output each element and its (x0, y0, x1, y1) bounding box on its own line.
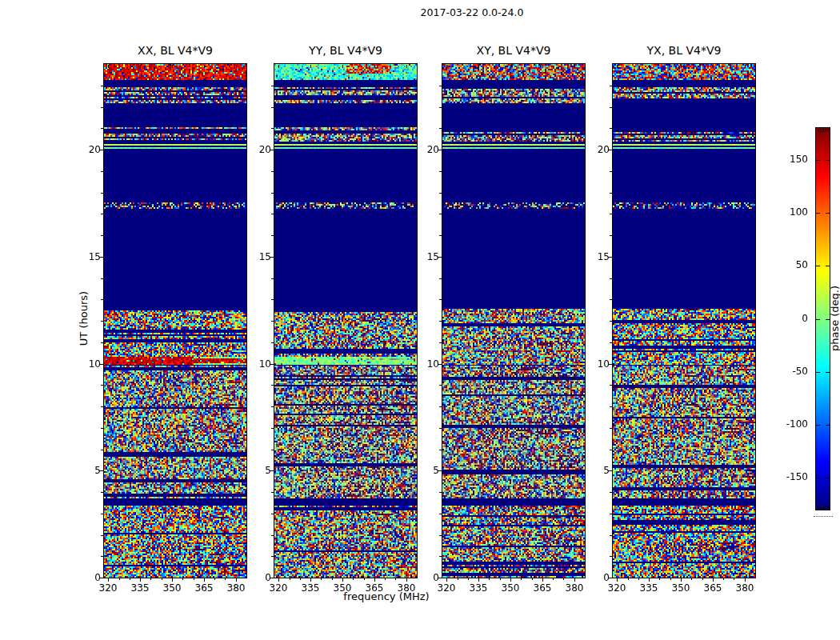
y-minor-tick (101, 278, 103, 279)
x-tick-mark-top (542, 65, 543, 68)
y-minor-tick (439, 299, 442, 300)
colorbar-minor-hatch (828, 129, 829, 132)
y-minor-tick (101, 514, 103, 514)
colorbar-tick-mark (816, 372, 820, 373)
colorbar-minor-hatch (820, 129, 821, 132)
x-tick-mark (236, 578, 237, 582)
y-tick-label: 20 (69, 144, 101, 155)
y-tick-label: 5 (407, 465, 439, 476)
x-minor-tick (353, 578, 354, 580)
y-minor-tick (610, 556, 612, 557)
colorbar-extend-dots (814, 516, 833, 517)
y-minor-tick (439, 450, 442, 450)
colorbar-tick-label: -50 (766, 366, 808, 377)
x-tick-mark (172, 578, 173, 582)
y-minor-tick (439, 193, 442, 194)
colorbar-tick-label: 100 (766, 206, 808, 218)
panel-title: YX, BL V4*V9 (647, 44, 722, 57)
y-minor-tick (439, 535, 442, 536)
x-tick-label: 380 (558, 582, 590, 594)
x-tick-label: 320 (430, 582, 462, 594)
colorbar-tick-mark (816, 478, 820, 478)
x-minor-tick (638, 578, 639, 580)
y-minor-tick (439, 107, 442, 108)
colorbar-tick-mark (826, 266, 830, 266)
colorbar-tick-mark (816, 425, 820, 426)
x-tick-mark-top (446, 65, 447, 68)
x-tick-mark (278, 578, 279, 582)
y-minor-tick (271, 406, 274, 407)
x-minor-tick (385, 578, 386, 580)
colorbar-minor-hatch (818, 506, 819, 509)
x-minor-tick (321, 578, 322, 580)
x-tick-mark-top (574, 65, 575, 68)
x-tick-mark (713, 578, 714, 582)
x-tick-label: 380 (729, 582, 761, 594)
heatmap-canvas (274, 64, 417, 578)
x-tick-label: 365 (697, 582, 729, 594)
heatmap-canvas (442, 64, 585, 578)
y-minor-tick (271, 556, 274, 557)
y-minor-tick (101, 128, 103, 129)
x-tick-mark (745, 578, 746, 582)
x-tick-mark (574, 578, 575, 582)
y-minor-tick (101, 321, 103, 322)
x-tick-label: 350 (156, 582, 188, 594)
y-minor-tick (271, 535, 274, 536)
x-minor-tick (489, 578, 490, 580)
figure: 2017-03-22 0.0-24.0 frequency (MHz) UT (… (0, 0, 840, 640)
y-minor-tick (610, 128, 612, 129)
y-minor-tick (271, 86, 274, 86)
y-tick-label: 0 (239, 572, 271, 583)
colorbar-minor-hatch (826, 506, 827, 509)
panel-title: XX, BL V4*V9 (138, 44, 213, 57)
y-minor-tick (439, 235, 442, 236)
colorbar-minor-hatch (828, 506, 829, 509)
colorbar-tick-label: 150 (766, 154, 808, 165)
x-tick-mark (681, 578, 682, 582)
y-minor-tick (271, 128, 274, 129)
y-tick-label: 5 (578, 465, 610, 476)
x-tick-label: 350 (494, 582, 526, 594)
x-tick-label: 335 (462, 582, 494, 594)
y-minor-tick (271, 321, 274, 322)
x-minor-tick (500, 578, 501, 580)
colorbar-minor-hatch (820, 506, 821, 509)
y-tick-label: 20 (239, 144, 271, 155)
x-tick-mark-top (617, 65, 618, 68)
y-minor-tick (610, 235, 612, 236)
x-minor-tick (290, 578, 290, 580)
x-minor-tick (734, 578, 734, 580)
y-tick-label: 15 (578, 251, 610, 262)
y-minor-tick (271, 492, 274, 493)
y-minor-tick (439, 514, 442, 514)
y-tick-label: 10 (69, 358, 101, 370)
x-tick-mark (446, 578, 447, 582)
x-tick-label: 320 (92, 582, 124, 594)
y-minor-tick (101, 450, 103, 450)
x-tick-mark-top (342, 65, 343, 68)
colorbar-tick-mark (826, 478, 830, 478)
x-minor-tick (300, 578, 301, 580)
x-tick-mark (310, 578, 311, 582)
x-minor-tick (723, 578, 724, 580)
y-axis-label: UT (hours) (78, 291, 90, 346)
y-minor-tick (271, 171, 274, 172)
colorbar-minor-hatch (823, 129, 824, 132)
y-tick-label: 15 (407, 251, 439, 262)
y-minor-tick (610, 342, 612, 343)
x-minor-tick (364, 578, 365, 580)
x-tick-mark (542, 578, 543, 582)
colorbar-minor-hatch (826, 129, 827, 132)
x-tick-mark (204, 578, 205, 582)
y-minor-tick (610, 492, 612, 493)
colorbar-tick-mark (826, 372, 830, 373)
y-minor-tick (439, 128, 442, 129)
colorbar-tick-mark (826, 425, 830, 426)
y-minor-tick (271, 299, 274, 300)
x-tick-mark-top (140, 65, 141, 68)
x-tick-mark-top (649, 65, 650, 68)
y-minor-tick (610, 107, 612, 108)
y-minor-tick (439, 385, 442, 386)
x-minor-tick (458, 578, 458, 580)
